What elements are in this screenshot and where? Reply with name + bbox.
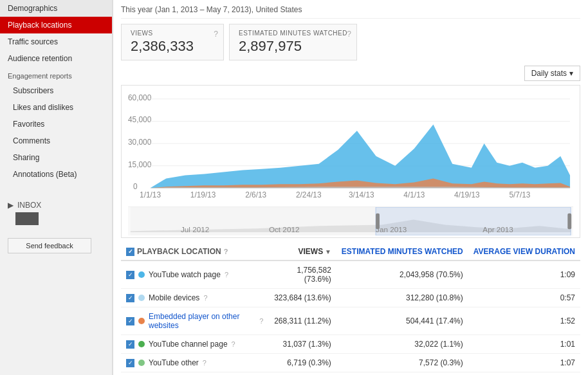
cell-location-mobile-devices: Mobile devices ?	[121, 289, 268, 307]
sidebar-item-playback-locations[interactable]: Playback locations	[0, 17, 112, 33]
cell-location-youtube-watch: YouTube watch page ?	[121, 261, 268, 289]
inbox-box	[15, 212, 39, 225]
send-feedback-section: Send feedback	[8, 238, 104, 253]
daily-stats-button[interactable]: Daily stats ▾	[524, 66, 580, 81]
svg-text:1/1/13: 1/1/13	[140, 190, 161, 199]
col-header-avg-duration: AVERAGE VIEW DURATION	[468, 243, 580, 261]
location-col-label: PLAYBACK LOCATION	[137, 247, 221, 256]
daily-stats-label: Daily stats	[531, 69, 567, 78]
views-label: VIEWS	[131, 30, 214, 37]
sidebar-item-annotations[interactable]: Annotations (Beta)	[0, 166, 112, 183]
cell-minutes-youtube-watch: 2,043,958 (70.5%)	[336, 261, 468, 289]
sidebar-item-demographics[interactable]: Demographics	[0, 0, 112, 17]
svg-text:5/7/13: 5/7/13	[509, 190, 530, 199]
send-feedback-button[interactable]: Send feedback	[8, 238, 91, 253]
row-checkbox-youtube-other[interactable]	[126, 359, 134, 367]
table-row: YouTube watch page ? 1,756,582 (73.6%) 2…	[121, 261, 580, 289]
cell-avg-duration-mobile-devices: 0:57	[468, 289, 580, 307]
minutes-help-icon[interactable]: ?	[347, 30, 351, 39]
row-dot-youtube-other	[138, 360, 145, 366]
cell-location-youtube-other: YouTube other ?	[121, 354, 268, 372]
row-dot-youtube-watch	[138, 271, 145, 278]
table-row: YouTube other ? 6,719 (0.3%) 7,572 (0.3%…	[121, 354, 580, 372]
sidebar-item-traffic-sources[interactable]: Traffic sources	[0, 33, 112, 50]
mini-chart: Jul 2012 Oct 2012 Jan 2013 Apr 2013	[128, 206, 573, 235]
row-checkbox-mobile-devices[interactable]	[126, 294, 134, 302]
row-help-icon-youtube-watch[interactable]: ?	[225, 271, 228, 279]
cell-views-mobile-devices: 323,684 (13.6%)	[268, 289, 336, 307]
views-stat-box: VIEWS 2,386,333 ?	[121, 24, 224, 60]
sidebar-item-favorites[interactable]: Favorites	[0, 116, 112, 133]
sidebar-item-sharing[interactable]: Sharing	[0, 149, 112, 166]
cell-location-youtube-channel: YouTube channel page ?	[121, 335, 268, 354]
cell-avg-duration-youtube-watch: 1:09	[468, 261, 580, 289]
chart-toolbar: Daily stats ▾	[121, 66, 580, 81]
minutes-col-label: ESTIMATED MINUTES WATCHED	[342, 247, 463, 256]
sidebar-item-likes-dislikes[interactable]: Likes and dislikes	[0, 99, 112, 116]
chart-area: 60,000 45,000 30,000 15,000 0 1/1/13	[121, 85, 580, 238]
main-content: This year (Jan 1, 2013 – May 7, 2013), U…	[113, 0, 588, 375]
svg-text:Apr 2013: Apr 2013	[482, 225, 513, 233]
svg-text:2/6/13: 2/6/13	[245, 190, 266, 199]
row-checkbox-youtube-watch[interactable]	[126, 271, 134, 279]
svg-text:4/1/13: 4/1/13	[403, 190, 425, 199]
inbox-triangle-icon: ▶	[8, 201, 14, 210]
cell-minutes-embedded-player: 504,441 (17.4%)	[336, 307, 468, 335]
table-row: Embedded player on other websites ? 268,…	[121, 307, 580, 335]
cell-views-embedded-player: 268,311 (11.2%)	[268, 307, 336, 335]
cell-avg-duration-embedded-player: 1:52	[468, 307, 580, 335]
row-checkbox-embedded-player[interactable]	[126, 317, 134, 325]
sidebar-item-audience-retention[interactable]: Audience retention	[0, 50, 112, 67]
svg-text:60,000: 60,000	[128, 93, 152, 102]
engagement-reports-header: Engagement reports	[0, 67, 112, 82]
table-row: YouTube channel page ? 31,037 (1.3%) 32,…	[121, 335, 580, 354]
cell-avg-duration-youtube-channel: 1:01	[468, 335, 580, 354]
svg-text:4/19/13: 4/19/13	[454, 190, 480, 199]
table-header-row: PLAYBACK LOCATION ? VIEWS ▼ ESTIMATED MI…	[121, 243, 580, 261]
select-all-checkbox[interactable]	[126, 248, 134, 256]
row-label-text: YouTube channel page	[149, 340, 228, 349]
location-help-icon[interactable]: ?	[224, 248, 228, 255]
cell-views-youtube-watch: 1,756,582 (73.6%)	[268, 261, 336, 289]
views-col-label: VIEWS	[299, 247, 324, 256]
cell-views-youtube-other: 6,719 (0.3%)	[268, 354, 336, 372]
avg-duration-col-label: AVERAGE VIEW DURATION	[473, 247, 575, 256]
col-header-minutes: ESTIMATED MINUTES WATCHED	[336, 243, 468, 261]
cell-views-youtube-channel: 31,037 (1.3%)	[268, 335, 336, 354]
inbox-header[interactable]: ▶ INBOX	[8, 201, 104, 210]
minutes-stat-box: ESTIMATED MINUTES WATCHED 2,897,975 ?	[229, 24, 357, 60]
svg-text:0: 0	[133, 182, 138, 191]
svg-text:45,000: 45,000	[128, 115, 152, 124]
sidebar-item-subscribers[interactable]: Subscribers	[0, 82, 112, 99]
row-help-icon-youtube-other[interactable]: ?	[203, 359, 207, 367]
col-header-views[interactable]: VIEWS ▼	[268, 243, 336, 261]
svg-rect-21	[567, 214, 571, 229]
svg-text:Jul 2012: Jul 2012	[181, 225, 209, 233]
main-chart: 60,000 45,000 30,000 15,000 0 1/1/13	[128, 92, 573, 205]
svg-text:3/14/13: 3/14/13	[349, 190, 374, 199]
cell-minutes-youtube-other: 7,572 (0.3%)	[336, 354, 468, 372]
sort-down-icon: ▼	[325, 248, 331, 255]
svg-text:1/19/13: 1/19/13	[190, 190, 216, 199]
views-help-icon[interactable]: ?	[214, 30, 218, 39]
inbox-label: INBOX	[17, 201, 41, 210]
views-value: 2,386,333	[131, 38, 214, 55]
daily-stats-chevron-icon: ▾	[569, 69, 573, 78]
stats-row: VIEWS 2,386,333 ? ESTIMATED MINUTES WATC…	[121, 24, 580, 60]
row-help-icon-youtube-channel[interactable]: ?	[232, 340, 235, 348]
minutes-value: 2,897,975	[239, 38, 347, 55]
row-help-icon-embedded-player[interactable]: ?	[259, 317, 263, 325]
row-link[interactable]: Embedded player on other websites	[149, 312, 255, 330]
svg-text:Jan 2013: Jan 2013	[376, 225, 407, 233]
row-help-icon-mobile-devices[interactable]: ?	[203, 294, 207, 302]
svg-text:15,000: 15,000	[128, 160, 152, 169]
svg-text:Oct 2012: Oct 2012	[269, 225, 300, 233]
sidebar-item-comments[interactable]: Comments	[0, 133, 112, 149]
row-label-text: YouTube watch page	[149, 270, 221, 279]
row-label-text: Mobile devices	[149, 293, 199, 302]
row-dot-mobile-devices	[138, 295, 145, 301]
minutes-label: ESTIMATED MINUTES WATCHED	[239, 30, 347, 37]
cell-minutes-mobile-devices: 312,280 (10.8%)	[336, 289, 468, 307]
playback-table: PLAYBACK LOCATION ? VIEWS ▼ ESTIMATED MI…	[121, 243, 580, 372]
row-checkbox-youtube-channel[interactable]	[126, 340, 134, 349]
